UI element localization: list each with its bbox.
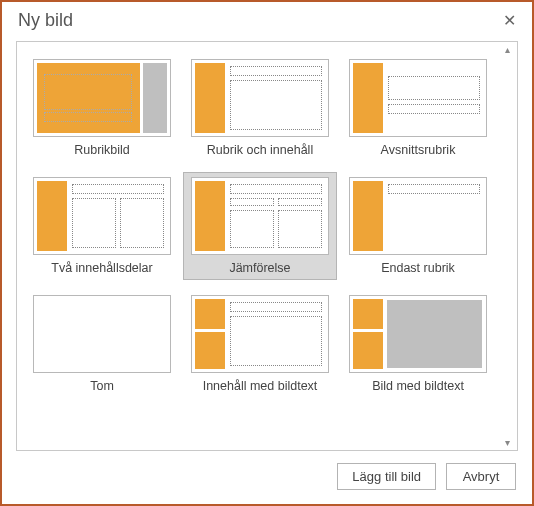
- layout-thumb: [33, 59, 171, 137]
- dialog-title: Ny bild: [18, 10, 73, 31]
- layout-item-rubrikbild[interactable]: Rubrikbild: [25, 54, 179, 162]
- layout-label: Endast rubrik: [381, 261, 455, 275]
- layout-thumb: [191, 59, 329, 137]
- layout-item-avsnittsrubrik[interactable]: Avsnittsrubrik: [341, 54, 495, 162]
- layouts-panel: Rubrikbild Rubrik och innehåll Avsnittsr…: [16, 41, 518, 451]
- layout-thumb: [33, 295, 171, 373]
- layout-label: Avsnittsrubrik: [381, 143, 456, 157]
- layout-label: Innehåll med bildtext: [203, 379, 318, 393]
- layout-thumb: [349, 59, 487, 137]
- layout-item-tva-innehallsdelar[interactable]: Två innehållsdelar: [25, 172, 179, 280]
- layout-item-tom[interactable]: Tom: [25, 290, 179, 398]
- scrollbar[interactable]: ▴ ▾: [499, 44, 515, 448]
- layout-thumb: [349, 295, 487, 373]
- layout-label: Jämförelse: [229, 261, 290, 275]
- layout-thumb: [191, 295, 329, 373]
- layout-thumb: [349, 177, 487, 255]
- layout-label: Tom: [90, 379, 114, 393]
- close-icon[interactable]: ✕: [499, 13, 520, 29]
- scroll-up-icon[interactable]: ▴: [499, 44, 515, 55]
- layout-label: Två innehållsdelar: [51, 261, 152, 275]
- layout-item-innehall-med-bildtext[interactable]: Innehåll med bildtext: [183, 290, 337, 398]
- layouts-grid: Rubrikbild Rubrik och innehåll Avsnittsr…: [25, 54, 509, 398]
- cancel-button[interactable]: Avbryt: [446, 463, 516, 490]
- add-slide-button[interactable]: Lägg till bild: [337, 463, 436, 490]
- layout-item-endast-rubrik[interactable]: Endast rubrik: [341, 172, 495, 280]
- layout-item-jamforelse[interactable]: Jämförelse: [183, 172, 337, 280]
- layout-label: Bild med bildtext: [372, 379, 464, 393]
- scroll-down-icon[interactable]: ▾: [499, 437, 515, 448]
- layout-thumb: [33, 177, 171, 255]
- layout-item-bild-med-bildtext[interactable]: Bild med bildtext: [341, 290, 495, 398]
- layout-item-rubrik-och-innehall[interactable]: Rubrik och innehåll: [183, 54, 337, 162]
- dialog-footer: Lägg till bild Avbryt: [2, 459, 532, 504]
- layout-label: Rubrikbild: [74, 143, 130, 157]
- layout-label: Rubrik och innehåll: [207, 143, 313, 157]
- dialog-titlebar: Ny bild ✕: [2, 2, 532, 37]
- layout-thumb: [191, 177, 329, 255]
